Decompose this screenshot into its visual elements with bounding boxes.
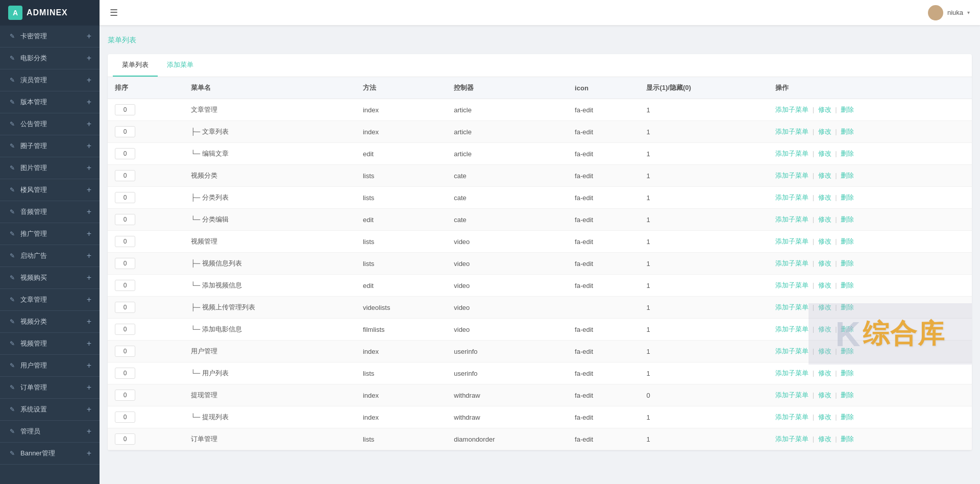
action-add-sub[interactable]: 添加子菜单 [775,281,808,289]
action-add-sub[interactable]: 添加子菜单 [775,106,808,113]
sort-input[interactable] [115,346,135,357]
action-delete[interactable]: 删除 [841,150,854,157]
sidebar-item-article-mgmt[interactable]: ✎ 文章管理 + [0,289,100,311]
sidebar-plus-icon[interactable]: + [87,141,91,151]
sidebar-item-image-mgmt[interactable]: ✎ 图片管理 + [0,157,100,179]
sidebar-item-loufeng-mgmt[interactable]: ✎ 楼风管理 + [0,179,100,201]
sort-input[interactable] [115,433,135,445]
action-delete[interactable]: 删除 [841,215,854,223]
action-edit[interactable]: 修改 [818,413,831,421]
sort-input[interactable] [115,280,135,291]
sort-input[interactable] [115,390,135,401]
action-add-sub[interactable]: 添加子菜单 [775,325,808,333]
action-add-sub[interactable]: 添加子菜单 [775,150,808,157]
sidebar-plus-icon[interactable]: + [87,229,91,238]
sidebar-item-version-mgmt[interactable]: ✎ 版本管理 + [0,91,100,113]
sidebar-item-sys-settings[interactable]: ✎ 系统设置 + [0,399,100,421]
action-add-sub[interactable]: 添加子菜单 [775,413,808,421]
sidebar-plus-icon[interactable]: + [87,295,91,304]
sidebar-plus-icon[interactable]: + [87,427,91,436]
sort-input[interactable] [115,192,135,203]
sidebar-item-video-mgmt[interactable]: ✎ 视频管理 + [0,333,100,355]
action-edit[interactable]: 修改 [818,435,831,443]
action-delete[interactable]: 删除 [841,106,854,113]
action-delete[interactable]: 删除 [841,259,854,267]
sort-input[interactable] [115,368,135,379]
action-delete[interactable]: 删除 [841,369,854,377]
sidebar-item-audio-mgmt[interactable]: ✎ 音频管理 + [0,201,100,223]
action-delete[interactable]: 删除 [841,391,854,399]
sidebar-plus-icon[interactable]: + [87,405,91,414]
tab-add-menu[interactable]: 添加菜单 [158,54,203,77]
sidebar-item-promo-mgmt[interactable]: ✎ 推广管理 + [0,223,100,245]
sidebar-item-actor-mgmt[interactable]: ✎ 演员管理 + [0,69,100,91]
sidebar-plus-icon[interactable]: + [87,98,91,107]
sidebar-item-order-mgmt[interactable]: ✎ 订单管理 + [0,377,100,399]
hamburger-icon[interactable]: ☰ [110,7,118,18]
user-dropdown-arrow[interactable]: ▾ [967,10,970,15]
sort-input[interactable] [115,104,135,115]
sort-input[interactable] [115,412,135,423]
action-edit[interactable]: 修改 [818,281,831,289]
sidebar-plus-icon[interactable]: + [87,273,91,282]
action-edit[interactable]: 修改 [818,193,831,201]
sidebar-plus-icon[interactable]: + [87,119,91,129]
action-add-sub[interactable]: 添加子菜单 [775,369,808,377]
sidebar-item-card-mgmt[interactable]: ✎ 卡密管理 + [0,26,100,47]
action-delete[interactable]: 删除 [841,193,854,201]
sidebar-plus-icon[interactable]: + [87,361,91,370]
sort-input[interactable] [115,258,135,269]
sidebar-item-banner-mgmt[interactable]: ✎ Banner管理 + [0,443,100,465]
action-edit[interactable]: 修改 [818,172,831,179]
sidebar-plus-icon[interactable]: + [87,76,91,85]
sidebar-plus-icon[interactable]: + [87,54,91,63]
sort-input[interactable] [115,126,135,137]
sidebar-item-video-cat[interactable]: ✎ 视频分类 + [0,311,100,333]
sidebar-item-notice-mgmt[interactable]: ✎ 公告管理 + [0,113,100,135]
sort-input[interactable] [115,302,135,313]
action-edit[interactable]: 修改 [818,369,831,377]
sidebar-plus-icon[interactable]: + [87,32,91,41]
action-edit[interactable]: 修改 [818,106,831,113]
action-add-sub[interactable]: 添加子菜单 [775,193,808,201]
sidebar-plus-icon[interactable]: + [87,207,91,216]
sidebar-plus-icon[interactable]: + [87,251,91,260]
action-edit[interactable]: 修改 [818,215,831,223]
sidebar-item-admin[interactable]: ✎ 管理员 + [0,421,100,443]
sidebar-item-user-mgmt[interactable]: ✎ 用户管理 + [0,355,100,377]
action-delete[interactable]: 删除 [841,325,854,333]
sidebar-plus-icon[interactable]: + [87,163,91,173]
action-delete[interactable]: 删除 [841,413,854,421]
action-add-sub[interactable]: 添加子菜单 [775,303,808,311]
sort-input[interactable] [115,324,135,335]
action-add-sub[interactable]: 添加子菜单 [775,259,808,267]
tab-menu-list[interactable]: 菜单列表 [113,54,158,77]
sort-input[interactable] [115,236,135,247]
sidebar-plus-icon[interactable]: + [87,339,91,348]
action-edit[interactable]: 修改 [818,325,831,333]
action-edit[interactable]: 修改 [818,259,831,267]
action-edit[interactable]: 修改 [818,391,831,399]
action-delete[interactable]: 删除 [841,128,854,135]
action-add-sub[interactable]: 添加子菜单 [775,391,808,399]
sort-input[interactable] [115,170,135,181]
action-add-sub[interactable]: 添加子菜单 [775,215,808,223]
action-add-sub[interactable]: 添加子菜单 [775,128,808,135]
sidebar-plus-icon[interactable]: + [87,185,91,195]
action-edit[interactable]: 修改 [818,347,831,355]
action-delete[interactable]: 删除 [841,237,854,245]
action-edit[interactable]: 修改 [818,303,831,311]
action-edit[interactable]: 修改 [818,237,831,245]
sort-input[interactable] [115,148,135,159]
action-edit[interactable]: 修改 [818,128,831,135]
sidebar-plus-icon[interactable]: + [87,317,91,326]
action-add-sub[interactable]: 添加子菜单 [775,435,808,443]
sidebar-plus-icon[interactable]: + [87,449,91,458]
action-add-sub[interactable]: 添加子菜单 [775,237,808,245]
sidebar-plus-icon[interactable]: + [87,383,91,392]
action-add-sub[interactable]: 添加子菜单 [775,172,808,179]
action-delete[interactable]: 删除 [841,347,854,355]
action-delete[interactable]: 删除 [841,435,854,443]
sort-input[interactable] [115,214,135,225]
action-add-sub[interactable]: 添加子菜单 [775,347,808,355]
